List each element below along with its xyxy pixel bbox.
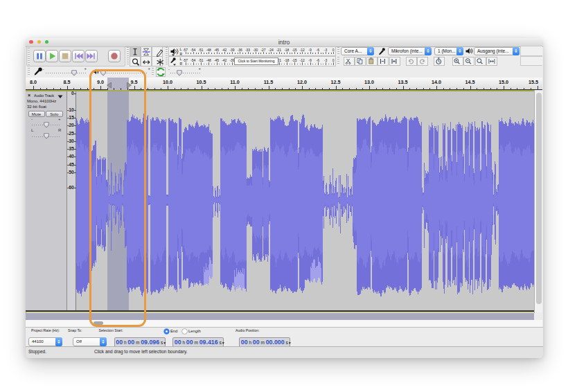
svg-text:R: R bbox=[180, 52, 183, 56]
